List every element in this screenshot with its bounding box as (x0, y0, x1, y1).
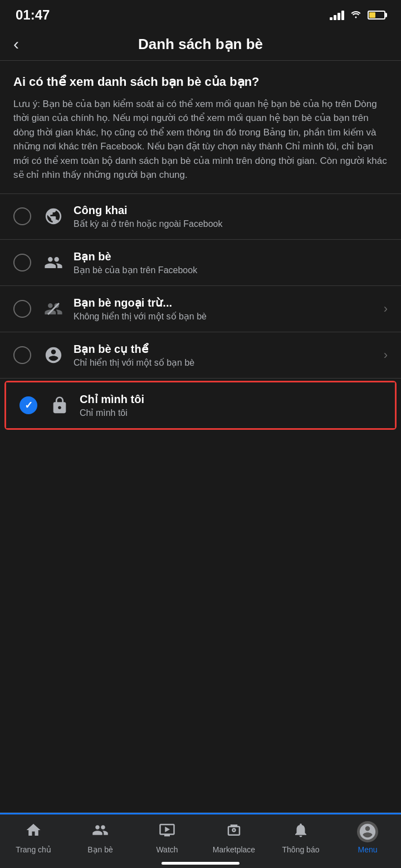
friends-icon (41, 250, 66, 275)
wifi-icon (350, 9, 362, 21)
option-friends-except[interactable]: Bạn bè ngoại trừ... Không hiển thị với m… (0, 286, 401, 332)
home-icon (25, 822, 42, 842)
nav-item-marketplace[interactable]: Marketplace (206, 822, 262, 854)
check-icon: ✓ (25, 399, 33, 411)
header: ‹ Danh sách bạn bè (0, 28, 401, 61)
nav-label-notifications: Thông báo (282, 845, 320, 854)
info-title: Ai có thể xem danh sách bạn bè của bạn? (13, 74, 388, 90)
option-friends-except-subtitle: Không hiển thị với một số bạn bè (74, 311, 379, 322)
option-specific-friends-subtitle: Chỉ hiển thị với một số bạn bè (74, 357, 379, 368)
bottom-nav: Trang chủ Bạn bè Watch Marketplace (0, 812, 401, 868)
nav-item-home[interactable]: Trang chủ (6, 822, 61, 854)
nav-label-watch: Watch (156, 845, 178, 854)
menu-avatar (357, 821, 378, 842)
only-me-icon (47, 393, 72, 418)
status-bar: 01:47 (0, 0, 401, 28)
watch-nav-icon (159, 822, 175, 842)
info-text: Lưu ý: Bạn bè của bạn kiểm soát ai có th… (13, 97, 388, 182)
nav-label-friends: Bạn bè (87, 845, 113, 854)
info-section: Ai có thể xem danh sách bạn bè của bạn? … (0, 61, 401, 194)
nav-label-marketplace: Marketplace (213, 845, 255, 854)
option-public-text: Công khai Bất kỳ ai ở trên hoặc ngoài Fa… (74, 204, 388, 229)
signal-icon (330, 10, 344, 20)
nav-item-menu[interactable]: Menu (340, 821, 395, 854)
option-specific-friends-title: Bạn bè cụ thể (74, 342, 379, 356)
status-icons (330, 9, 385, 21)
battery-icon (368, 11, 385, 20)
option-public[interactable]: Công khai Bất kỳ ai ở trên hoặc ngoài Fa… (0, 194, 401, 240)
status-time: 01:47 (16, 7, 50, 23)
option-friends-except-text: Bạn bè ngoại trừ... Không hiển thị với m… (74, 296, 379, 322)
option-only-me[interactable]: ✓ Chỉ mình tôi Chỉ mình tôi (6, 382, 395, 428)
chevron-friends-except: › (384, 302, 388, 316)
nav-item-notifications[interactable]: Thông báo (273, 822, 329, 854)
option-friends-except-title: Bạn bè ngoại trừ... (74, 296, 379, 309)
radio-public (13, 207, 31, 225)
option-only-me-text: Chỉ mình tôi Chỉ mình tôi (80, 392, 382, 418)
radio-specific-friends (13, 346, 31, 364)
radio-friends-except (13, 300, 31, 318)
option-only-me-subtitle: Chỉ mình tôi (80, 408, 382, 418)
nav-label-home: Trang chủ (16, 845, 51, 854)
friends-except-icon (41, 297, 66, 321)
friends-nav-icon (92, 822, 109, 842)
option-specific-friends-text: Bạn bè cụ thể Chỉ hiển thị với một số bạ… (74, 342, 379, 368)
page-title: Danh sách bạn bè (36, 36, 365, 53)
option-only-me-title: Chỉ mình tôi (80, 392, 382, 406)
nav-item-friends[interactable]: Bạn bè (72, 822, 128, 854)
option-public-title: Công khai (74, 204, 388, 217)
selected-option-highlight: ✓ Chỉ mình tôi Chỉ mình tôi (4, 381, 397, 430)
option-friends-subtitle: Bạn bè của bạn trên Facebook (74, 265, 388, 275)
chevron-specific-friends: › (384, 348, 388, 362)
public-icon (41, 204, 66, 229)
radio-friends (13, 254, 31, 271)
back-button[interactable]: ‹ (13, 35, 36, 54)
nav-label-menu: Menu (358, 845, 377, 854)
option-specific-friends[interactable]: Bạn bè cụ thể Chỉ hiển thị với một số bạ… (0, 332, 401, 379)
home-indicator (162, 862, 239, 865)
notifications-nav-icon (292, 822, 309, 842)
marketplace-nav-icon (226, 822, 242, 842)
specific-friends-icon (41, 343, 66, 367)
content: Ai có thể xem danh sách bạn bè của bạn? … (0, 61, 401, 430)
option-public-subtitle: Bất kỳ ai ở trên hoặc ngoài Facebook (74, 219, 388, 229)
option-friends[interactable]: Bạn bè Bạn bè của bạn trên Facebook (0, 240, 401, 286)
nav-item-watch[interactable]: Watch (139, 822, 195, 854)
option-friends-text: Bạn bè Bạn bè của bạn trên Facebook (74, 250, 388, 275)
bottom-active-indicator (0, 813, 401, 814)
radio-only-me: ✓ (19, 396, 37, 414)
option-friends-title: Bạn bè (74, 250, 388, 263)
